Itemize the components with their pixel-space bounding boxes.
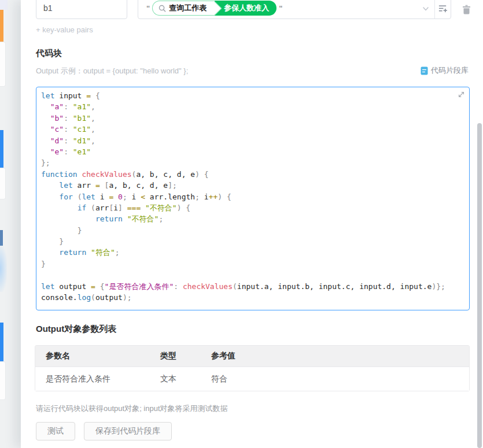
table-header-row: 参数名 类型 参考值 <box>35 346 469 366</box>
background-fragment-blue1 <box>0 130 3 168</box>
code-editor[interactable]: let input = { "a": "a1", "b": "b1", "c":… <box>36 87 470 310</box>
trash-icon <box>462 5 471 14</box>
save-to-snippet-library-button[interactable]: 保存到代码片段库 <box>84 422 172 440</box>
tag-worksheet-label: 查询工作表 <box>169 3 207 13</box>
code-snippet-library-link[interactable]: 代码片段库 <box>421 65 469 76</box>
run-code-note: 请运行代码块以获得output对象; input对象将采用测试数据 <box>36 403 228 414</box>
header-type: 类型 <box>150 346 201 366</box>
add-key-value-pairs-link[interactable]: + key-value pairs <box>36 25 93 34</box>
code-content[interactable]: let input = { "a": "a1", "b": "b1", "c":… <box>36 87 469 306</box>
header-reference-value: 参考值 <box>201 346 469 366</box>
tag-worksheet-segment: 查询工作表 <box>152 1 215 16</box>
add-row-button[interactable] <box>434 0 451 18</box>
background-fragment-orange <box>0 10 3 42</box>
header-param-name: 参数名 <box>35 346 150 366</box>
drawer-panel: " 查询工作表 参保人数准入 " <box>21 0 483 448</box>
background-fragment-card3 <box>0 361 6 400</box>
background-fragment-blue3 <box>0 323 3 361</box>
code-snippet-library-label: 代码片段库 <box>431 65 469 76</box>
key-input[interactable] <box>36 0 127 19</box>
output-parameter-table: 参数名 类型 参考值 是否符合准入条件 文本 符合 <box>35 345 470 391</box>
delete-row-button[interactable] <box>459 2 473 17</box>
quote-close: " <box>279 4 282 13</box>
vertical-scrollbar[interactable] <box>477 123 482 448</box>
document-icon <box>421 66 428 75</box>
tag-field-segment: 参保人数准入 <box>215 1 276 16</box>
background-fragment-blue2 <box>0 230 3 246</box>
background-fragment-blueglow <box>0 246 7 292</box>
cell-type: 文本 <box>150 366 201 391</box>
cell-reference-value: 符合 <box>201 366 469 391</box>
test-button[interactable]: 测试 <box>36 422 75 440</box>
tag-field-label: 参保人数准入 <box>224 3 269 13</box>
quote-open: " <box>146 4 150 13</box>
table-row: 是否符合准入条件 文本 符合 <box>35 366 469 391</box>
value-input[interactable]: " 查询工作表 参保人数准入 " <box>138 0 451 19</box>
output-table-title: Output对象参数列表 <box>36 324 116 335</box>
background-fragment-card1 <box>0 42 6 87</box>
cell-param-name: 是否符合准入条件 <box>35 366 150 391</box>
search-icon <box>158 5 166 12</box>
code-section-title: 代码块 <box>36 48 62 59</box>
background-fragment-lavender <box>0 0 8 10</box>
field-tag[interactable]: 查询工作表 参保人数准入 <box>152 1 276 16</box>
expand-icon[interactable] <box>458 91 465 98</box>
background-backdrop <box>0 0 23 448</box>
background-fragment-card2 <box>0 168 6 199</box>
chevron-down-icon[interactable] <box>422 5 430 13</box>
output-example-hint: Output 示例：output = {output: "hello world… <box>36 66 188 76</box>
add-row-icon <box>438 3 448 13</box>
